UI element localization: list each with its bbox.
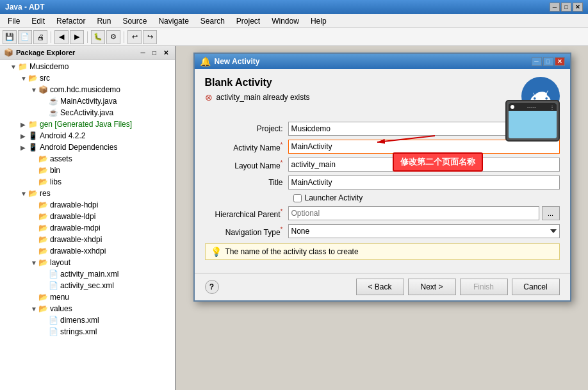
tree-item-res[interactable]: ▼ 📂 res: [0, 188, 175, 199]
browse-button[interactable]: ...: [542, 206, 560, 220]
title-input[interactable]: [288, 175, 560, 190]
dialog-section-title: Blank Activity: [205, 77, 515, 88]
back-button[interactable]: < Back: [356, 279, 404, 295]
tree-item-drawable-hdpi[interactable]: 📂 drawable-hdpi: [0, 199, 175, 211]
menu-run[interactable]: Run: [92, 15, 116, 27]
menu-window[interactable]: Window: [266, 15, 304, 27]
tree-label-drawable-hdpi: drawable-hdpi: [50, 200, 98, 209]
tree-label-res: res: [40, 189, 51, 198]
next-button[interactable]: Next >: [408, 279, 456, 295]
menu-refactor[interactable]: Refactor: [51, 15, 90, 27]
panel-close-btn[interactable]: ✕: [161, 48, 171, 57]
toolbar-btn-3[interactable]: 🖨: [33, 30, 47, 44]
annotation-arrow: [371, 129, 435, 149]
help-button[interactable]: ?: [205, 280, 219, 294]
svg-line-1: [377, 136, 435, 142]
hierarchical-wrap: ...: [288, 206, 560, 220]
menu-edit[interactable]: Edit: [26, 15, 50, 27]
error-icon: ⊗: [205, 92, 213, 102]
dialog-footer: ? < Back Next > Finish Cancel: [195, 273, 570, 300]
tree-item-bin[interactable]: 📂 bin: [0, 165, 175, 176]
nav-type-select[interactable]: None Tabs Swipe Dropdown: [288, 224, 560, 238]
toolbar-sep-1: [51, 31, 51, 43]
menu-file[interactable]: File: [3, 15, 25, 27]
tree-item-musicdemo[interactable]: ▼ 📁 Musicdemo: [0, 61, 175, 72]
toolbar-btn-4[interactable]: ◀: [54, 30, 69, 44]
error-message: activity_main already exists: [216, 93, 310, 102]
phone-title: ~~~~~: [516, 105, 548, 109]
phone-screen: ~~~~~ ⋮: [509, 103, 557, 138]
toolbar-btn-2[interactable]: 📄: [18, 30, 32, 44]
hierarchical-input[interactable]: [288, 206, 539, 220]
layout-name-row: Layout Name*: [205, 158, 560, 172]
tree-item-secactivity[interactable]: ☕ SecActivity.java: [0, 107, 175, 118]
panel-maximize-btn[interactable]: □: [149, 48, 159, 57]
activity-name-label: Activity Name*: [205, 142, 288, 152]
tree-item-values[interactable]: ▼ 📂 values: [0, 303, 175, 314]
panel-icon: 📦: [4, 48, 13, 57]
tree-item-strings-xml[interactable]: 📄 strings.xml: [0, 326, 175, 337]
finish-button[interactable]: Finish: [460, 279, 508, 295]
tree-item-menu[interactable]: 📂 menu: [0, 291, 175, 303]
close-button[interactable]: ✕: [573, 3, 583, 12]
tree-item-drawable-xhdpi[interactable]: 📂 drawable-xhdpi: [0, 234, 175, 245]
cancel-button[interactable]: Cancel: [512, 279, 560, 295]
dialog-error-row: ⊗ activity_main already exists: [205, 92, 515, 102]
menu-search[interactable]: Search: [195, 15, 230, 27]
toolbar-btn-7[interactable]: ⚙: [106, 30, 120, 44]
toolbar: 💾 📄 🖨 ◀ ▶ 🐛 ⚙ ↩ ↪: [0, 28, 588, 46]
toolbar-sep-3: [124, 31, 124, 43]
tree-label-menu: menu: [50, 293, 69, 302]
launcher-label: Launcher Activity: [305, 193, 363, 202]
dialog-close-btn[interactable]: ✕: [555, 57, 565, 66]
minimize-button[interactable]: ─: [550, 3, 560, 12]
package-explorer-panel: 📦 Package Explorer ─ □ ✕ ▼ 📁 Musicdemo ▼…: [0, 46, 176, 390]
toolbar-btn-9[interactable]: ↪: [143, 30, 157, 44]
tree-item-libs[interactable]: 📂 libs: [0, 176, 175, 188]
tree-item-drawable-xxhdpi[interactable]: 📂 drawable-xxhdpi: [0, 245, 175, 257]
tree-label-src: src: [40, 74, 50, 83]
dialog-icon: 🔔: [200, 56, 211, 67]
tree-item-assets[interactable]: 📂 assets: [0, 153, 175, 165]
tree-item-drawable-ldpi[interactable]: 📂 drawable-ldpi: [0, 211, 175, 222]
tree-item-src[interactable]: ▼ 📂 src: [0, 72, 175, 84]
menu-project[interactable]: Project: [231, 15, 265, 27]
tree-label-android-deps: Android Dependencies: [40, 143, 117, 152]
tree-item-drawable-mdpi[interactable]: 📂 drawable-mdpi: [0, 222, 175, 234]
main-area: 📦 Package Explorer ─ □ ✕ ▼ 📁 Musicdemo ▼…: [0, 46, 588, 390]
dialog-content: Blank Activity ⊗ activity_main already e…: [195, 69, 570, 273]
tree-item-gen[interactable]: ▶ 📁 gen [Generated Java Files]: [0, 118, 175, 130]
hint-icon: 💡: [211, 247, 222, 257]
tree-item-layout[interactable]: ▼ 📂 layout: [0, 257, 175, 268]
panel-minimize-btn[interactable]: ─: [138, 48, 148, 57]
tree-item-activity-sec-xml[interactable]: 📄 activity_sec.xml: [0, 280, 175, 291]
main-content-area: 🔔 New Activity ─ □ ✕ Blank Activity: [176, 46, 588, 390]
toolbar-btn-1[interactable]: 💾: [3, 30, 17, 44]
toolbar-btn-6[interactable]: 🐛: [91, 30, 105, 44]
dialog-title-bar: 🔔 New Activity ─ □ ✕: [195, 54, 570, 69]
dialog-minimize-btn[interactable]: ─: [532, 57, 542, 66]
menu-help[interactable]: Help: [306, 15, 332, 27]
dialog-maximize-btn[interactable]: □: [543, 57, 553, 66]
menu-source[interactable]: Source: [117, 15, 152, 27]
tree-item-dimens-xml[interactable]: 📄 dimens.xml: [0, 314, 175, 326]
toolbar-btn-5[interactable]: ▶: [70, 30, 84, 44]
tree-item-android[interactable]: ▶ 📱 Android 4.2.2: [0, 130, 175, 142]
tree-label-gen: gen [Generated Java Files]: [40, 120, 132, 129]
dialog-header-left: Blank Activity ⊗ activity_main already e…: [205, 77, 515, 102]
tree-label-bin: bin: [50, 166, 60, 175]
tree-item-mainactivity[interactable]: ☕ MainActivity.java: [0, 95, 175, 107]
tree-item-package[interactable]: ▼ 📦 com.hdc.musicdemo: [0, 84, 175, 95]
tree-item-activity-main-xml[interactable]: 📄 activity_main.xml: [0, 268, 175, 280]
tree-label-drawable-xxhdpi: drawable-xxhdpi: [50, 247, 106, 256]
launcher-row: Launcher Activity: [205, 193, 560, 202]
toolbar-btn-8[interactable]: ↩: [127, 30, 142, 44]
maximize-button[interactable]: □: [561, 3, 571, 12]
menu-navigate[interactable]: Navigate: [153, 15, 193, 27]
tree-item-android-deps[interactable]: ▶ 📱 Android Dependencies: [0, 142, 175, 153]
phone-dot: [510, 105, 514, 109]
phone-title-bar: ~~~~~ ⋮: [509, 103, 557, 111]
annotation-box: 修改第二个页面名称: [393, 152, 483, 172]
phone-preview: ~~~~~ ⋮: [505, 100, 560, 142]
launcher-checkbox[interactable]: [293, 194, 302, 202]
